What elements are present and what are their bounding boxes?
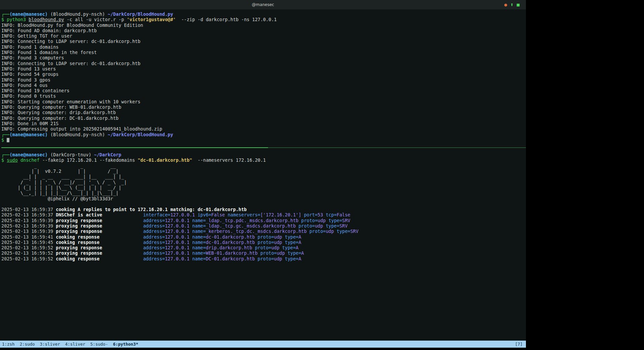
window-title: @manesec — [252, 2, 274, 7]
log-key: address= — [143, 240, 165, 245]
log-value: SRV — [342, 218, 350, 223]
log-timestamp: 2025-02-13 16:59:41 — [1, 234, 56, 240]
system-tray: ●⬆■ — [504, 0, 520, 9]
log-value: udp — [274, 240, 285, 245]
log-value: udp — [274, 256, 285, 261]
info-line: INFO: Starting computer enumeration with… — [1, 99, 526, 104]
log-timestamp: 2025-02-13 16:59:52 — [1, 245, 56, 250]
info-line: INFO: Done in 00M 21S — [1, 121, 526, 126]
notification-dot-icon[interactable]: ● — [504, 3, 507, 7]
tmux-window-6-python3-[interactable]: 6:python3* — [113, 342, 138, 347]
window-titlebar[interactable]: @manesec ●⬆■ — [0, 0, 526, 9]
log-value: 127.0.0.1 — [165, 256, 192, 261]
prompt-line: ┌──(mane@manesec) (BloodHound.py-nsch) ~… — [1, 132, 526, 137]
log-value: _ldap._tcp.gc._msdcs.darkcorp.htb — [206, 223, 299, 229]
log-value: DC-01.darkcorp.htb — [206, 256, 258, 261]
log-timestamp: 2025-02-13 16:59:39 — [1, 218, 56, 223]
info-line: INFO: BloodHound.py for BloodHound Commu… — [1, 22, 526, 28]
prompt-path: ~/DarkCorp — [91, 152, 121, 157]
log-key: type= — [328, 218, 342, 223]
log-value: False — [211, 212, 228, 217]
log-event: proxying response — [56, 245, 143, 250]
command-line-dnschef: $ sudo dnschef --fakeip 172.16.20.1 --fa… — [1, 157, 526, 163]
info-line: INFO: Found 4 ous — [1, 83, 526, 88]
info-line: INFO: Found 0 trusts — [1, 93, 526, 99]
update-arrow-icon[interactable]: ⬆ — [510, 3, 513, 7]
log-value: 127.0.0.1 — [165, 218, 192, 223]
log-value: udp — [318, 218, 329, 223]
log-timestamp: 2025-02-13 16:59:52 — [1, 250, 56, 256]
ascii-art-line: | | v0.7.2 | | / _| — [1, 168, 526, 174]
tmux-window-3-sliver[interactable]: 3:sliver — [40, 342, 60, 347]
log-key: type= — [285, 234, 299, 240]
log-key: proto= — [301, 218, 318, 223]
ascii-art-line: _ _ __ — [1, 163, 526, 168]
log-value: udp — [277, 250, 288, 256]
tmux-session-indicator: [7] — [515, 341, 523, 348]
log-timestamp: 2025-02-13 16:59:37 — [1, 207, 56, 212]
command-token: --zip -d darkcorp.htb -ns 127.0.0.1 — [176, 17, 277, 22]
command-token: python3 — [7, 17, 26, 22]
ascii-art-line: | (_| | | | | |\__ \ (__| | | | __/ | — [1, 185, 526, 190]
log-key: proto= — [255, 245, 271, 250]
tmux-pane-divider[interactable] — [1, 147, 526, 148]
tmux-window-5-sudo-[interactable]: 5:sudo- — [90, 342, 108, 347]
log-key: proto= — [258, 234, 274, 240]
log-event: cooking response — [56, 240, 143, 245]
log-value: 127.0.0.1 — [165, 234, 192, 240]
prompt-venv: (BloodHound.py-nsch) — [48, 132, 105, 137]
log-timestamp: 2025-02-13 16:59:37 — [1, 212, 56, 217]
log-key: interface= — [143, 212, 170, 217]
info-line: INFO: Getting TGT for user — [1, 33, 526, 39]
log-key: type= — [326, 223, 339, 229]
log-key: name= — [192, 234, 206, 240]
prompt-user-host: (mane@manesec) — [9, 152, 48, 157]
log-key: name= — [192, 229, 206, 234]
log-event: cooking response — [56, 234, 143, 240]
log-key: address= — [143, 223, 165, 229]
info-line: INFO: Querying computer: drip.darkcorp.h… — [1, 110, 526, 115]
log-value: _kerberos._tcp.dc._msdcs.darkcorp.htb — [206, 229, 310, 234]
terminal-window: @manesec ●⬆■ ┌──(mane@manesec) (BloodHou… — [0, 0, 526, 348]
log-value: 127.0.0.1 — [170, 212, 198, 217]
log-key: type= — [287, 250, 301, 256]
log-value: 127.0.0.1 — [165, 240, 192, 245]
log-event: proxying response — [56, 223, 143, 229]
log-value: drip.darkcorp.htb — [206, 245, 255, 250]
pane-top-bloodhound[interactable]: ┌──(mane@manesec) (BloodHound.py-nsch) ~… — [1, 11, 526, 143]
log-value: 127.0.0.1 — [165, 223, 192, 229]
log-key: name= — [192, 223, 206, 229]
log-value: 127.0.0.1 — [165, 250, 192, 256]
log-key: nameservers= — [228, 212, 261, 217]
log-value: udp — [271, 245, 282, 250]
log-event: cooking A replies to point to 172.16.20.… — [56, 207, 247, 212]
info-line: INFO: Compressing output into 2025021400… — [1, 126, 526, 132]
log-key: proto= — [309, 229, 326, 234]
info-line: INFO: Found 1 domains in the forest — [1, 50, 526, 55]
bloodhound-output: INFO: BloodHound.py for BloodHound Commu… — [1, 22, 526, 132]
pane-bottom-dnschef[interactable]: ┌──(mane@manesec) (DarkCorp-tnuv) ~/Dark… — [1, 152, 526, 261]
log-key: ipv6= — [198, 212, 211, 217]
log-value: 53 — [318, 212, 326, 217]
prompt-frame: ┌── — [1, 11, 9, 17]
log-value: A — [301, 250, 304, 256]
command-token: dnschef — [20, 157, 40, 163]
log-key: name= — [192, 218, 206, 223]
log-value: 127.0.0.1 — [165, 229, 192, 234]
ascii-art-line: @iphelix // @byt3bl33d3r — [1, 196, 526, 201]
tmux-window-1-zsh[interactable]: 1:zsh — [2, 342, 15, 347]
status-square-icon[interactable]: ■ — [517, 3, 520, 7]
log-key: address= — [143, 229, 165, 234]
log-event: cooking response — [56, 256, 143, 261]
prompt-dollar: $ — [1, 137, 7, 143]
tmux-window-4-sliver[interactable]: 4:sliver — [65, 342, 85, 347]
tmux-window-2-sudo[interactable]: 2:sudo — [20, 342, 35, 347]
empty-prompt-line: $ — [1, 137, 526, 143]
command-token: --nameservers 172.16.20.1 — [192, 157, 266, 163]
info-line: INFO: Found 19 containers — [1, 88, 526, 93]
prompt-line: ┌──(mane@manesec) (BloodHound.py-nsch) ~… — [1, 11, 526, 17]
log-value: WEB-01.darkcorp.htb — [206, 250, 261, 256]
log-line: 2025-02-13 16:59:52 proxying responseadd… — [1, 250, 526, 256]
log-key: proto= — [258, 240, 274, 245]
terminal-cursor — [7, 138, 9, 142]
